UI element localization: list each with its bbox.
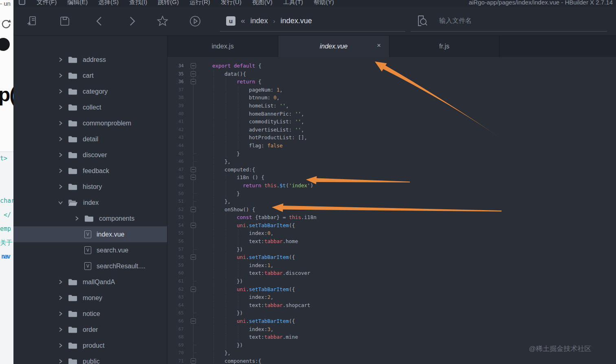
tree-item-money[interactable]: money (13, 290, 167, 306)
menu-item-3[interactable]: 查找(I) (129, 0, 147, 6)
line-number: 46 (167, 158, 184, 166)
fold-end-tick (193, 345, 196, 345)
line-number: 55 (167, 229, 184, 237)
tree-item-feedback[interactable]: feedback (13, 163, 167, 179)
tree-item-searchresault[interactable]: VsearchResault.... (13, 258, 167, 274)
code-line-68: 68text:tabbar.mine (167, 333, 616, 341)
tree-item-label: history (83, 183, 102, 191)
fold-toggle-icon[interactable] (191, 287, 196, 292)
run-button[interactable] (188, 14, 202, 29)
fold-end-tick (193, 193, 196, 194)
menu-item-6[interactable]: 发行(U) (221, 0, 242, 6)
tab-index-js[interactable]: index.js (167, 36, 278, 57)
folder-icon (68, 357, 77, 364)
tree-item-notice[interactable]: notice (13, 306, 167, 322)
line-number: 64 (167, 301, 184, 309)
menu-item-9[interactable]: 帮助(Y) (314, 0, 334, 6)
code-line-50: 50} (167, 190, 616, 198)
code-line-57: 57}) (167, 246, 616, 254)
folder-icon (68, 72, 77, 79)
menu-item-0[interactable]: 文件(F) (37, 0, 57, 6)
collapse-breadcrumb-icon[interactable]: « (241, 16, 245, 25)
folder-icon (68, 119, 77, 127)
tree-item-history[interactable]: history (13, 179, 167, 195)
line-number: 67 (167, 325, 184, 333)
tree-item-search-vue[interactable]: Vsearch.vue (13, 242, 167, 258)
fold-toggle-icon[interactable] (191, 79, 196, 84)
folder-icon (68, 278, 77, 286)
fold-toggle-icon[interactable] (191, 318, 196, 324)
tree-item-cart[interactable]: cart (13, 68, 167, 83)
fold-toggle-icon[interactable] (191, 71, 196, 77)
menu-item-8[interactable]: 工具(T) (283, 0, 303, 6)
line-number: 40 (167, 110, 184, 118)
code-line-44: 44flag: false (167, 142, 616, 150)
fold-toggle-icon[interactable] (191, 223, 196, 228)
tree-item-discover[interactable]: discover (13, 147, 167, 163)
tree-item-index-vue[interactable]: Vindex.vue (13, 226, 167, 242)
webpage-text-fragment: - un (0, 0, 11, 7)
forward-button[interactable] (125, 14, 139, 29)
new-file-button[interactable] (25, 14, 40, 29)
menu-item-5[interactable]: 运行(R) (189, 0, 210, 6)
breadcrumb-segment-file[interactable]: index.vue (281, 17, 312, 25)
line-number: 47 (167, 166, 184, 174)
window-title: aiRgo-app/pages/index/index.vue - HBuild… (469, 0, 613, 6)
folder-icon (68, 103, 77, 111)
vue-file-icon: V (84, 230, 91, 238)
tree-item-collect[interactable]: collect (13, 99, 167, 115)
fold-toggle-icon[interactable] (191, 167, 196, 172)
tree-item-components[interactable]: components (13, 211, 167, 226)
close-tab-icon[interactable]: × (377, 42, 381, 50)
tab-fr-js[interactable]: fr.js (389, 36, 499, 57)
editor-tab-bar: index.jsindex.vue×fr.js (167, 36, 616, 57)
tab-label: fr.js (439, 43, 449, 50)
fold-toggle-icon[interactable] (191, 358, 196, 364)
back-button[interactable] (92, 14, 107, 29)
code-line-60: 60text:tabbar.discover (167, 269, 616, 277)
line-number: 63 (167, 293, 184, 301)
tree-item-mallqanda[interactable]: mallQandA (13, 274, 167, 290)
menu-item-2[interactable]: 选择(S) (98, 0, 119, 6)
folder-icon (68, 135, 77, 143)
tree-item-label: address (83, 56, 106, 64)
line-number: 69 (167, 341, 184, 349)
fold-toggle-icon[interactable] (191, 254, 196, 260)
code-line-38: 38btnnum: 0, (167, 94, 616, 102)
webpage-text-fragment: 关于 (0, 239, 12, 247)
fold-toggle-icon[interactable] (191, 63, 196, 68)
line-number: 34 (167, 62, 184, 70)
tab-label: index.vue (320, 43, 348, 50)
breadcrumb-segment-folder[interactable]: index (251, 17, 268, 25)
line-number: 57 (167, 246, 184, 254)
code-line-42: 42advertiseList: '', (167, 126, 616, 134)
menu-item-1[interactable]: 编辑(E) (67, 0, 88, 6)
tree-item-index[interactable]: index (13, 195, 167, 211)
file-search-input[interactable]: 输入文件名 (411, 11, 607, 32)
tree-item-category[interactable]: category (13, 83, 167, 99)
menu-item-7[interactable]: 视图(V) (252, 0, 273, 6)
fold-toggle-icon[interactable] (191, 207, 196, 212)
folder-icon (68, 294, 77, 302)
tree-item-order[interactable]: order (13, 322, 167, 338)
favorite-button[interactable] (155, 14, 170, 29)
menu-item-4[interactable]: 跳转(G) (158, 0, 179, 6)
save-button[interactable] (57, 14, 72, 29)
fold-end-tick (193, 201, 196, 202)
chevron-right-icon (58, 359, 63, 364)
fold-end-tick (193, 249, 196, 250)
fold-toggle-icon[interactable] (191, 175, 196, 180)
hbuilderx-window: 文件(F)编辑(E)选择(S)查找(I)跳转(G)运行(R)发行(U)视图(V)… (13, 0, 616, 364)
tree-item-public[interactable]: public (13, 353, 167, 364)
tree-item-commonproblem[interactable]: commonproblem (13, 115, 167, 131)
breadcrumb[interactable]: u « index › index.vue (220, 11, 405, 32)
code-editor[interactable]: 34export default {35data(){36return {37p… (167, 57, 616, 364)
line-number: 51 (167, 197, 184, 206)
line-number: 50 (167, 190, 184, 198)
tree-item-product[interactable]: product (13, 338, 167, 353)
github-logo-icon (0, 38, 10, 51)
tree-item-detail[interactable]: detail (13, 131, 167, 147)
folder-icon (84, 215, 94, 222)
tree-item-address[interactable]: address (13, 52, 167, 68)
tab-index-vue[interactable]: index.vue× (278, 36, 389, 57)
